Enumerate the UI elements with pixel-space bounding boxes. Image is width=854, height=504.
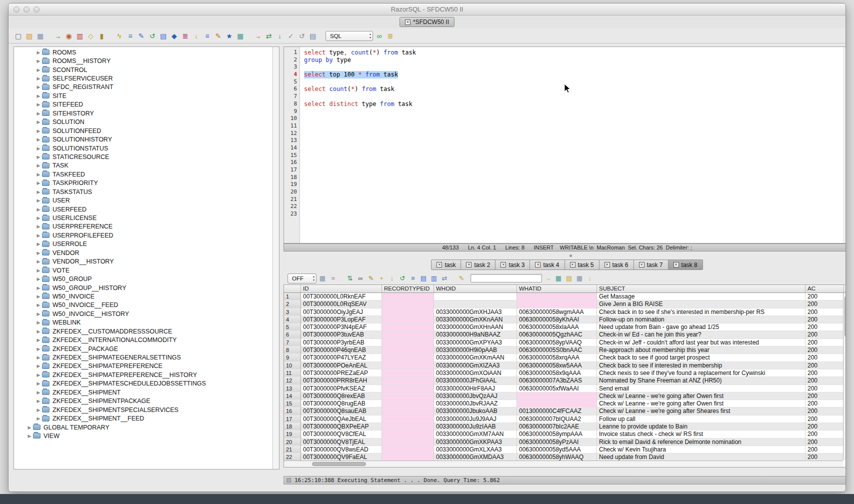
sidebar-item-zkfedex-shipment-feed[interactable]: ▶ZKFEDEX__SHIPMENT__FEED: [14, 414, 272, 422]
result-tab-task-4[interactable]: ×task 4: [530, 260, 564, 270]
close-result-tab-icon[interactable]: ×: [466, 262, 472, 268]
table-cell[interactable]: Send email: [597, 385, 806, 392]
row-number-cell[interactable]: 7: [284, 339, 301, 346]
row-number-cell[interactable]: 21: [284, 446, 301, 454]
sql-history-icon[interactable]: ▤: [308, 31, 318, 40]
editor-line-1[interactable]: 1select type, count(*) from task: [284, 49, 843, 56]
sidebar-item-sitehistory[interactable]: ▶SITEHISTORY: [14, 109, 272, 118]
table-cell[interactable]: 00T3000000P46qnEAB: [301, 346, 382, 354]
table-cell[interactable]: [434, 300, 517, 308]
table-cell[interactable]: 200: [806, 438, 843, 446]
favorites-icon[interactable]: ★: [224, 31, 234, 40]
table-cell[interactable]: 200: [806, 385, 843, 392]
sidebar-item-w50-group-history[interactable]: ▶W50_GROUP__HISTORY: [14, 284, 272, 292]
sidebar-item-userprofilefeed[interactable]: ▶USERPROFILEFEED: [14, 231, 272, 240]
row-number-cell[interactable]: 18: [284, 423, 301, 430]
editor-line-17[interactable]: 17: [284, 166, 843, 174]
sidebar-item-solutionstatus[interactable]: ▶SOLUTIONSTATUS: [14, 144, 272, 152]
table-cell[interactable]: 00T3000000L0RqSEAV: [301, 300, 382, 308]
table-cell[interactable]: 0033000000HirF8AAJ: [434, 385, 517, 392]
table-cell[interactable]: Check w/ Kevin Tsujihara: [597, 446, 806, 454]
disclosure-triangle-icon[interactable]: ▶: [35, 372, 42, 378]
table-cell[interactable]: 200: [806, 423, 843, 430]
table-cell[interactable]: Re-approach about membership this year: [597, 346, 806, 354]
edit-cell-icon[interactable]: ✎: [366, 274, 376, 283]
editor-line-20[interactable]: 20: [284, 188, 843, 196]
disclosure-triangle-icon[interactable]: ▶: [35, 172, 42, 177]
table-cell[interactable]: [382, 416, 434, 423]
execute-sql-icon[interactable]: ϟ: [114, 31, 124, 40]
table-cell[interactable]: 00630000005QgzhAAC: [517, 331, 597, 338]
disclosure-triangle-icon[interactable]: ▶: [35, 137, 42, 142]
table-cell[interactable]: 0033000000GmXKnAAN: [434, 316, 517, 324]
disclosure-triangle-icon[interactable]: ▶: [26, 434, 33, 438]
refresh-icon[interactable]: ↺: [148, 31, 157, 40]
sidebar-item-global-temporary[interactable]: ▶GLOBAL TEMPORARY: [14, 423, 272, 432]
table-cell[interactable]: Check w/ Leanne - we're going after Owen…: [597, 400, 806, 408]
sidebar-item-w50-invoice-feed[interactable]: ▶W50_INVOICE__FEED: [14, 301, 272, 310]
table-cell[interactable]: 200: [806, 370, 843, 377]
row-number-cell[interactable]: 22: [284, 454, 301, 460]
sidebar-item-userfeed[interactable]: ▶USERFEED: [14, 205, 272, 214]
result-tab-task-7[interactable]: ×task 7: [634, 260, 668, 270]
sidebar-item-sitefeed[interactable]: ▶SITEFEED: [14, 100, 272, 109]
column-header-id[interactable]: ID: [301, 285, 382, 292]
sidebar-item-weblink[interactable]: ▶WEBLINK: [14, 318, 272, 327]
sidebar-item-rooms[interactable]: ▶ROOMS: [14, 48, 272, 56]
disclosure-triangle-icon[interactable]: ▶: [35, 390, 42, 395]
table-cell[interactable]: [517, 293, 597, 300]
table-cell[interactable]: 0033000000GmXHJAA3: [434, 308, 517, 316]
table-cell[interactable]: 0033000000GmXIZAA3: [434, 362, 517, 370]
table-cell[interactable]: [382, 370, 434, 377]
table-cell[interactable]: 200: [806, 293, 843, 300]
row-number-cell[interactable]: 2: [284, 300, 301, 308]
disclosure-triangle-icon[interactable]: ▶: [35, 312, 42, 316]
disclosure-triangle-icon[interactable]: ▶: [35, 242, 42, 246]
row-number-cell[interactable]: 3: [284, 308, 301, 316]
row-number-cell[interactable]: 15: [284, 400, 301, 408]
table-cell[interactable]: 00T3000000P47LYEAZ: [301, 354, 382, 362]
refresh-results-icon[interactable]: ⇅: [346, 274, 354, 283]
table-cell[interactable]: [382, 331, 434, 338]
sidebar-item-w50-invoice[interactable]: ▶W50_INVOICE: [14, 292, 272, 300]
search-pen-icon[interactable]: ✎: [457, 274, 466, 283]
table-cell[interactable]: 006300000058yKhAAI: [517, 316, 597, 324]
table-cell[interactable]: [434, 293, 517, 300]
table-cell[interactable]: 00T3000000Q8sauEAB: [301, 408, 382, 415]
disclosure-triangle-icon[interactable]: ▶: [35, 355, 42, 360]
disclosure-triangle-icon[interactable]: ▶: [35, 276, 42, 282]
row-number-cell[interactable]: 8: [284, 346, 301, 354]
table-cell[interactable]: 200: [806, 339, 843, 346]
filter-icon[interactable]: ≈: [328, 274, 338, 283]
column-header-ac[interactable]: AC: [806, 285, 844, 292]
move-down-icon[interactable]: ↓: [275, 31, 284, 40]
sidebar-item-userpreference[interactable]: ▶USERPREFERENCE: [14, 222, 272, 231]
editor-line-14[interactable]: 14: [284, 144, 843, 152]
disclosure-triangle-icon[interactable]: ▶: [35, 50, 42, 55]
disclosure-triangle-icon[interactable]: ▶: [35, 364, 42, 368]
table-cell[interactable]: [382, 423, 434, 430]
export-grid-icon[interactable]: ▦: [554, 274, 563, 283]
sidebar-item-vote[interactable]: ▶VOTE: [14, 266, 272, 274]
insert-row-icon[interactable]: +: [377, 274, 386, 283]
table-cell[interactable]: [382, 385, 434, 392]
table-cell[interactable]: 00630000005S0bnAAC: [517, 346, 597, 354]
table-cell[interactable]: 200: [806, 324, 843, 331]
table-cell[interactable]: 0033000000H9aNBAAZ: [434, 331, 517, 338]
disclosure-triangle-icon[interactable]: ▶: [35, 259, 42, 264]
disclosure-triangle-icon[interactable]: ▶: [26, 425, 33, 430]
disclosure-triangle-icon[interactable]: ▶: [35, 76, 42, 81]
disclosure-triangle-icon[interactable]: ▶: [35, 120, 42, 124]
disclosure-triangle-icon[interactable]: ▶: [35, 329, 42, 334]
sidebar-item-w50-invoice-history[interactable]: ▶W50_INVOICE__HISTORY: [14, 310, 272, 318]
tree-vertical-scrollbar[interactable]: [272, 47, 279, 469]
editor-line-2[interactable]: 2group by type: [284, 56, 843, 64]
disclosure-triangle-icon[interactable]: ▶: [35, 416, 42, 421]
table-cell[interactable]: [382, 392, 434, 400]
table-cell[interactable]: [382, 324, 434, 331]
edit-table-icon[interactable]: ✎: [136, 31, 146, 40]
table-cell[interactable]: 006300000058xw5AAA: [517, 362, 597, 370]
disclosure-triangle-icon[interactable]: ▶: [35, 68, 42, 72]
table-cell[interactable]: 200: [806, 346, 843, 354]
column-header-whatid[interactable]: WHATID: [517, 285, 597, 292]
